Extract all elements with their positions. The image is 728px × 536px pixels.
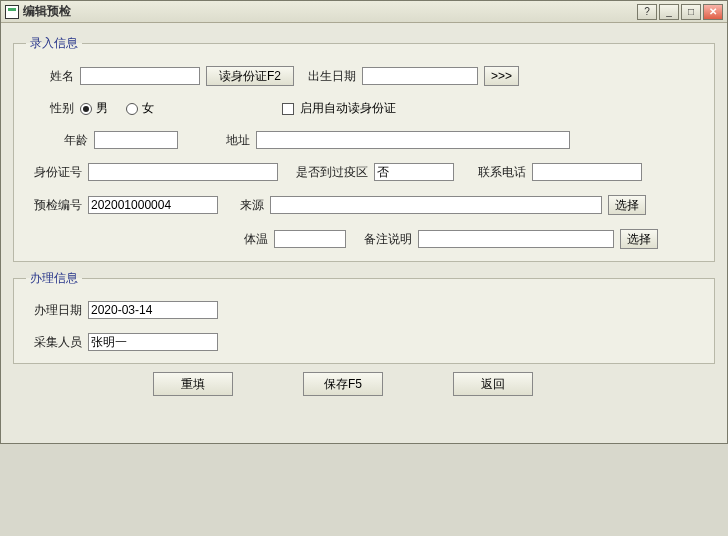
name-label: 姓名	[26, 68, 74, 85]
save-button[interactable]: 保存F5	[303, 372, 383, 396]
process-legend: 办理信息	[26, 270, 82, 287]
gender-label: 性别	[26, 100, 74, 117]
process-date-input[interactable]	[88, 301, 218, 319]
minimize-button[interactable]: _	[659, 4, 679, 20]
entry-legend: 录入信息	[26, 35, 82, 52]
age-label: 年龄	[40, 132, 88, 149]
temp-label: 体温	[228, 231, 268, 248]
auto-read-checkbox[interactable]	[282, 103, 294, 115]
window-title: 编辑预检	[23, 3, 637, 20]
temp-input[interactable]	[274, 230, 346, 248]
action-bar: 重填 保存F5 返回	[13, 372, 715, 396]
gender-female-label: 女	[142, 100, 154, 117]
help-button[interactable]: ?	[637, 4, 657, 20]
auto-read-label: 启用自动读身份证	[300, 100, 396, 117]
gender-male-label: 男	[96, 100, 108, 117]
titlebar: 编辑预检 ? _ □ ✕	[1, 1, 727, 23]
reset-button[interactable]: 重填	[153, 372, 233, 396]
source-select-button[interactable]: 选择	[608, 195, 646, 215]
address-label: 地址	[220, 132, 250, 149]
epidemic-input[interactable]	[374, 163, 454, 181]
remark-input[interactable]	[418, 230, 614, 248]
gender-radio-group: 男 女	[80, 100, 200, 117]
idno-input[interactable]	[88, 163, 278, 181]
phone-input[interactable]	[532, 163, 642, 181]
back-button[interactable]: 返回	[453, 372, 533, 396]
dob-input[interactable]	[362, 67, 478, 85]
radio-icon	[80, 103, 92, 115]
radio-icon	[126, 103, 138, 115]
window: 编辑预检 ? _ □ ✕ 录入信息 姓名 读身份证F2 出生日期 >>> 性别	[0, 0, 728, 444]
name-input[interactable]	[80, 67, 200, 85]
staff-input[interactable]	[88, 333, 218, 351]
source-label: 来源	[224, 197, 264, 214]
address-input[interactable]	[256, 131, 570, 149]
staff-label: 采集人员	[26, 334, 82, 351]
maximize-button[interactable]: □	[681, 4, 701, 20]
process-group: 办理信息 办理日期 采集人员	[13, 270, 715, 364]
process-date-label: 办理日期	[26, 302, 82, 319]
age-input[interactable]	[94, 131, 178, 149]
close-button[interactable]: ✕	[703, 4, 723, 20]
remark-select-button[interactable]: 选择	[620, 229, 658, 249]
entry-group: 录入信息 姓名 读身份证F2 出生日期 >>> 性别 男	[13, 35, 715, 262]
dob-label: 出生日期	[300, 68, 356, 85]
source-input[interactable]	[270, 196, 602, 214]
client-area: 录入信息 姓名 读身份证F2 出生日期 >>> 性别 男	[1, 23, 727, 443]
dob-picker-button[interactable]: >>>	[484, 66, 519, 86]
gender-female-radio[interactable]: 女	[126, 100, 154, 117]
gender-male-radio[interactable]: 男	[80, 100, 108, 117]
phone-label: 联系电话	[460, 164, 526, 181]
titlebar-buttons: ? _ □ ✕	[637, 4, 723, 20]
read-id-button[interactable]: 读身份证F2	[206, 66, 294, 86]
idno-label: 身份证号	[26, 164, 82, 181]
remark-label: 备注说明	[352, 231, 412, 248]
precheck-no-label: 预检编号	[26, 197, 82, 214]
epidemic-label: 是否到过疫区	[284, 164, 368, 181]
app-icon	[5, 5, 19, 19]
precheck-no-input[interactable]	[88, 196, 218, 214]
